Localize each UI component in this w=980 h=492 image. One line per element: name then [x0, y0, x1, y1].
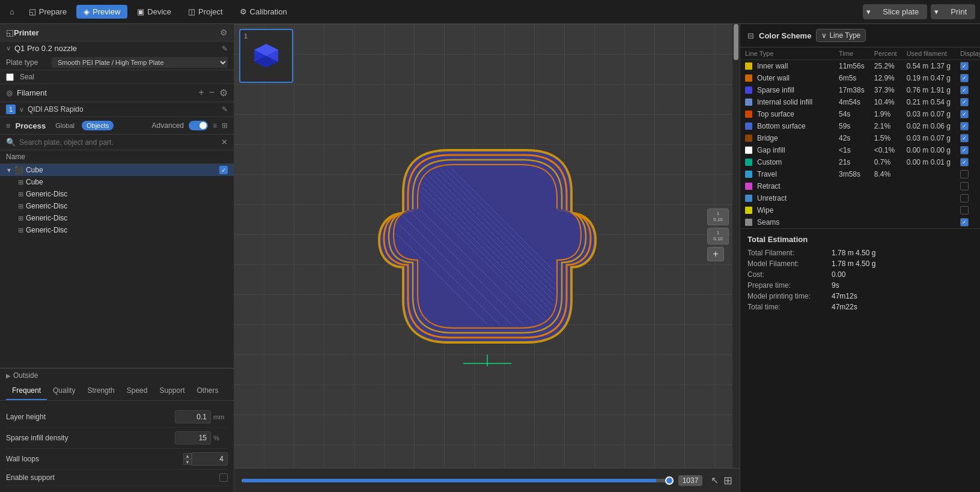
line-percent: 10.4%	[869, 96, 902, 108]
line-time: 6m5s	[834, 72, 869, 84]
tree-row-cube-group[interactable]: ▼ ⬛ Cube ✓	[0, 164, 234, 176]
slice-dropdown-arrow[interactable]: ▾	[863, 4, 874, 19]
display-checkbox[interactable]: ✓	[960, 110, 969, 118]
display-checkbox[interactable]: ✓	[960, 86, 969, 94]
advanced-toggle[interactable]	[189, 121, 208, 130]
wall-loops-label: Wall loops	[6, 455, 183, 463]
calibration-button[interactable]: ⚙ Calibration	[233, 5, 294, 19]
tab-others[interactable]: Others	[191, 382, 225, 400]
seal-label: Seal	[20, 73, 34, 81]
print-button[interactable]: Print	[942, 4, 975, 19]
process-header: ≡ Process Global Objects Advanced ≡ ⊞	[0, 117, 234, 135]
line-filament: 0.03 m 0.07 g	[902, 108, 955, 120]
display-checkbox[interactable]	[960, 194, 969, 202]
line-time	[834, 216, 869, 228]
display-checkbox[interactable]	[960, 170, 969, 178]
col-percent: Percent	[869, 47, 902, 60]
device-label: Device	[147, 7, 171, 16]
display-checkbox[interactable]: ✓	[960, 62, 969, 70]
line-name: Wipe	[757, 206, 773, 214]
slice-plate-button[interactable]: Slice plate	[874, 4, 927, 19]
display-checkbox[interactable]: ✓	[960, 158, 969, 166]
tree-row-disc2[interactable]: ⊞ Generic-Disc	[0, 200, 234, 212]
layer-height-unit: mm	[213, 413, 228, 421]
list-view-icon[interactable]: ≡	[213, 121, 217, 130]
tab-speed[interactable]: Speed	[121, 382, 154, 400]
tab-quality[interactable]: Quality	[47, 382, 81, 400]
enable-support-checkbox[interactable]	[219, 473, 228, 482]
disc1-name: Generic-Disc	[26, 190, 228, 198]
disc3-icon: ⊞	[18, 214, 23, 222]
tree-row-disc1[interactable]: ⊞ Generic-Disc	[0, 188, 234, 200]
wall-loops-input[interactable]	[192, 452, 228, 466]
display-checkbox[interactable]	[960, 182, 969, 190]
line-filament: 0.76 m 1.91 g	[902, 84, 955, 96]
printer-edit-icon[interactable]: ✎	[222, 44, 228, 53]
color-scheme-collapse-icon[interactable]: ⊟	[747, 31, 754, 40]
line-filament: 0.19 m 0.47 g	[902, 72, 955, 84]
filament-remove-button[interactable]: −	[209, 87, 215, 99]
line-filament	[902, 180, 955, 192]
display-checkbox[interactable]: ✓	[960, 134, 969, 142]
layer-slider[interactable]	[242, 479, 674, 482]
table-row: Inner wall 11m56s 25.2% 0.54 m 1.37 g ✓	[740, 60, 980, 73]
filament-name: QIDI ABS Rapido	[28, 105, 218, 114]
seal-checkbox[interactable]	[6, 73, 14, 81]
line-filament: 0.54 m 1.37 g	[902, 60, 955, 73]
disc3-name: Generic-Disc	[26, 214, 228, 222]
print-dropdown-arrow[interactable]: ▾	[931, 4, 942, 19]
display-checkbox[interactable]: ✓	[960, 98, 969, 106]
tree-row-disc4[interactable]: ⊞ Generic-Disc	[0, 224, 234, 236]
canvas-area: 1	[234, 24, 740, 492]
line-name: Custom	[757, 158, 782, 166]
right-panel: ⊟ Color Scheme ∨ Line Type Line Type Tim…	[740, 24, 980, 492]
tab-support[interactable]: Support	[153, 382, 190, 400]
global-tab[interactable]: Global	[50, 121, 79, 130]
mini-box-1[interactable]: 1 0.10	[707, 208, 729, 225]
filament-add-button[interactable]: +	[198, 87, 204, 99]
display-checkbox[interactable]: ✓	[960, 122, 969, 130]
zoom-in-button[interactable]: +	[707, 247, 724, 261]
filament-edit-icon[interactable]: ✎	[222, 105, 228, 114]
search-input[interactable]	[19, 138, 218, 147]
line-filament: 0.02 m 0.06 g	[902, 120, 955, 132]
line-name: Seams	[757, 218, 779, 226]
cube-group-checkbox[interactable]: ✓	[219, 166, 228, 174]
display-checkbox[interactable]: ✓	[960, 74, 969, 82]
filament-gear-icon[interactable]: ⚙	[219, 87, 228, 99]
search-clear-icon[interactable]: ✕	[221, 138, 228, 147]
outside-row[interactable]: ▶ Outside	[0, 368, 234, 382]
display-checkbox[interactable]: ✓	[960, 218, 969, 226]
layers-stack-icon[interactable]: ⊞	[723, 474, 732, 487]
line-color-swatch	[745, 111, 752, 118]
grid-view-icon[interactable]: ⊞	[222, 121, 228, 130]
canvas-scrollbar[interactable]	[732, 24, 740, 468]
tree-row-cube[interactable]: ⊞ Cube	[0, 176, 234, 188]
project-button[interactable]: ◫ Project	[181, 5, 230, 19]
tab-strength[interactable]: Strength	[81, 382, 120, 400]
mini-box-2[interactable]: 1 0.10	[707, 228, 729, 244]
sparse-infill-input[interactable]	[175, 431, 211, 445]
device-button[interactable]: ▣ Device	[130, 5, 178, 19]
display-checkbox[interactable]: ✓	[960, 146, 969, 154]
cube-child-name: Cube	[26, 178, 228, 186]
objects-tab[interactable]: Objects	[82, 121, 114, 130]
prepare-button[interactable]: ◱ Prepare	[22, 5, 74, 19]
line-name: Bottom surface	[757, 122, 806, 130]
plate-type-select[interactable]: Smooth PEI Plate / High Temp Plate	[52, 57, 228, 68]
home-button[interactable]: ⌂	[5, 5, 19, 19]
tree-header: Name	[0, 150, 234, 164]
disc2-icon: ⊞	[18, 202, 23, 210]
line-percent: 37.3%	[869, 84, 902, 96]
preview-button[interactable]: ◈ Preview	[76, 5, 127, 19]
printer-gear-icon[interactable]: ⚙	[220, 28, 228, 37]
wall-loops-up[interactable]: ▲	[183, 453, 192, 459]
tree-row-disc3[interactable]: ⊞ Generic-Disc	[0, 212, 234, 224]
layer-height-input[interactable]	[175, 410, 211, 424]
tab-frequent[interactable]: Frequent	[6, 382, 47, 400]
wall-loops-down[interactable]: ▼	[183, 459, 192, 465]
line-type-dropdown[interactable]: ∨ Line Type	[816, 29, 866, 42]
line-name: Retract	[757, 182, 781, 190]
display-checkbox[interactable]	[960, 206, 969, 214]
scrollbar-thumb	[734, 24, 738, 60]
